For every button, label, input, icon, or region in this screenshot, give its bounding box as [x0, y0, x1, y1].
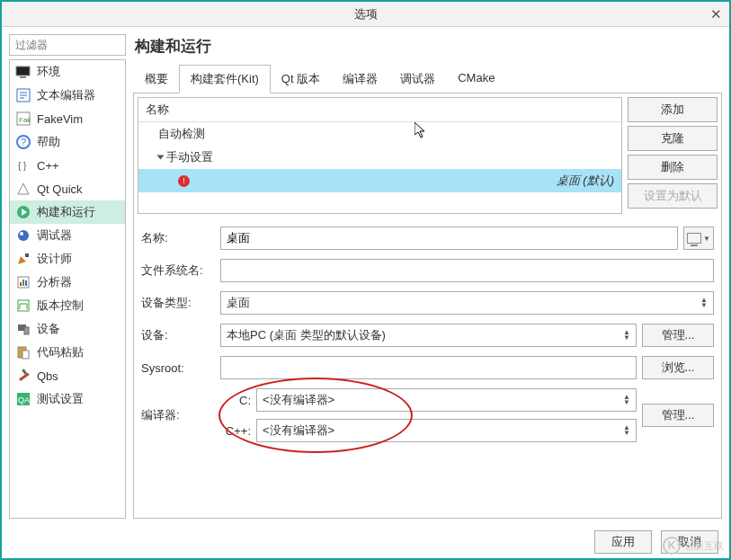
sidebar-item-analyzer[interactable]: 分析器 [10, 271, 125, 294]
sidebar-item-devices[interactable]: 设备 [10, 317, 125, 341]
device-select[interactable]: 本地PC (桌面 类型的默认设备)▲▼ [220, 324, 637, 347]
text-editor-icon [15, 87, 31, 103]
sidebar-item-vcs[interactable]: 版本控制 [10, 294, 125, 317]
qa-icon: QA [15, 391, 31, 407]
device-manage-button[interactable]: 管理... [642, 324, 714, 347]
add-button[interactable]: 添加 [628, 97, 718, 122]
tab-kits[interactable]: 构建套件(Kit) [179, 65, 271, 93]
compiler-manage-button[interactable]: 管理... [642, 404, 714, 427]
tree-group-auto[interactable]: 自动检测 [138, 122, 621, 146]
svg-rect-19 [20, 282, 22, 286]
debugger-icon [15, 227, 31, 244]
svg-rect-0 [16, 67, 30, 76]
sidebar-item-label: 版本控制 [37, 298, 84, 314]
sidebar-item-fakevim[interactable]: FakeFakeVim [10, 107, 125, 130]
sysroot-input[interactable] [220, 356, 637, 379]
tab-qt-versions[interactable]: Qt 版本 [270, 65, 332, 93]
sidebar-item-paste[interactable]: 代码粘贴 [10, 341, 125, 364]
svg-rect-26 [22, 351, 29, 359]
sidebar-item-help[interactable]: ?帮助 [10, 130, 125, 154]
sidebar-item-label: 代码粘贴 [37, 344, 84, 360]
svg-text:?: ? [21, 137, 26, 147]
qbs-icon [15, 368, 31, 384]
updown-icon: ▲▼ [700, 298, 708, 308]
titlebar: 选项 ✕ [2, 2, 729, 27]
cxx-compiler-select[interactable]: <没有编译器>▲▼ [256, 419, 637, 442]
svg-rect-17 [25, 253, 29, 257]
sidebar-item-build[interactable]: 构建和运行 [10, 200, 125, 224]
sidebar-item-qtquick[interactable]: Qt Quick [10, 177, 125, 200]
c-compiler-select[interactable]: <没有编译器>▲▼ [256, 388, 637, 412]
tab-cmake[interactable]: CMake [446, 65, 506, 93]
tab-overview[interactable]: 概要 [133, 65, 180, 93]
sidebar-item-label: 文本编辑器 [37, 87, 95, 103]
devtype-label: 设备类型: [141, 295, 215, 311]
fakevim-icon: Fake [15, 111, 31, 127]
clone-button[interactable]: 克隆 [628, 126, 718, 151]
warning-icon: ! [178, 175, 190, 187]
sidebar-item-label: 帮助 [37, 134, 60, 150]
sidebar-item-label: Qbs [37, 369, 58, 383]
cancel-button[interactable]: 取消 [661, 530, 718, 554]
sidebar-item-label: 调试器 [37, 227, 72, 244]
qtquick-icon [15, 181, 31, 197]
sidebar-item-designer[interactable]: 设计师 [10, 247, 125, 271]
delete-button[interactable]: 删除 [628, 155, 718, 180]
sidebar-item-text[interactable]: 文本编辑器 [10, 84, 125, 107]
svg-marker-11 [18, 183, 29, 194]
paste-icon [15, 344, 31, 360]
tree-group-manual[interactable]: 手动设置 [138, 146, 621, 169]
tab-debuggers[interactable]: 调试器 [388, 65, 447, 93]
help-icon: ? [15, 134, 31, 150]
apply-button[interactable]: 应用 [594, 530, 652, 554]
sidebar-item-label: 设计师 [37, 251, 72, 267]
svg-rect-24 [24, 327, 29, 334]
svg-point-15 [20, 232, 23, 236]
display-icon [15, 64, 31, 80]
svg-rect-21 [25, 280, 27, 286]
sidebar-item-debugger[interactable]: 调试器 [10, 224, 125, 247]
page-title: 构建和运行 [135, 36, 722, 57]
sidebar-item-label: C++ [37, 159, 59, 173]
sysroot-browse-button[interactable]: 浏览... [642, 356, 714, 379]
svg-text:QA: QA [18, 396, 30, 404]
updown-icon: ▲▼ [623, 330, 630, 341]
sidebar-item-label: 设备 [37, 321, 60, 337]
vcs-icon [15, 298, 31, 314]
cxx-label: C++: [220, 424, 251, 438]
sidebar-item-env[interactable]: 环境 [10, 60, 125, 84]
sidebar-item-label: 构建和运行 [37, 204, 95, 220]
sidebar-item-label: Qt Quick [37, 182, 83, 196]
footer: 应用 取消 K创新互联 [2, 526, 729, 558]
sidebar-item-label: 测试设置 [37, 391, 84, 407]
name-input[interactable] [220, 227, 678, 250]
svg-rect-1 [20, 76, 26, 78]
tab-compilers[interactable]: 编译器 [331, 65, 389, 93]
devtype-select[interactable]: 桌面▲▼ [220, 291, 714, 315]
sidebar-item-qa[interactable]: QA测试设置 [10, 387, 125, 411]
sidebar-item-qbs[interactable]: Qbs [10, 364, 125, 387]
cpp-icon: { } [15, 157, 31, 173]
c-label: C: [220, 394, 251, 407]
icon-picker-button[interactable]: ▼ [683, 227, 714, 250]
category-list[interactable]: 环境 文本编辑器 FakeFakeVim ?帮助 { }C++ Qt Quick… [9, 59, 126, 519]
designer-icon [15, 251, 31, 267]
sysroot-label: Sysroot: [141, 361, 215, 375]
updown-icon: ▲▼ [623, 395, 630, 405]
sidebar-item-label: 分析器 [37, 274, 72, 290]
chevron-down-icon: ▼ [703, 235, 710, 243]
close-icon[interactable]: ✕ [710, 2, 722, 27]
updown-icon: ▲▼ [623, 425, 630, 436]
fsname-label: 文件系统名: [141, 262, 215, 279]
fsname-input[interactable] [220, 259, 714, 282]
sidebar-item-cpp[interactable]: { }C++ [10, 154, 125, 177]
svg-rect-27 [19, 373, 30, 381]
sidebar-item-label: 环境 [37, 64, 60, 80]
kits-tree[interactable]: 名称 自动检测 手动设置 ! 桌面 (默认) [138, 97, 622, 214]
monitor-icon [687, 233, 701, 244]
svg-text:{ }: { } [18, 161, 27, 171]
build-run-icon [15, 204, 31, 220]
filter-input[interactable] [9, 34, 126, 56]
tree-header: 名称 [138, 98, 621, 122]
tree-item-desktop[interactable]: ! 桌面 (默认) [138, 169, 621, 192]
